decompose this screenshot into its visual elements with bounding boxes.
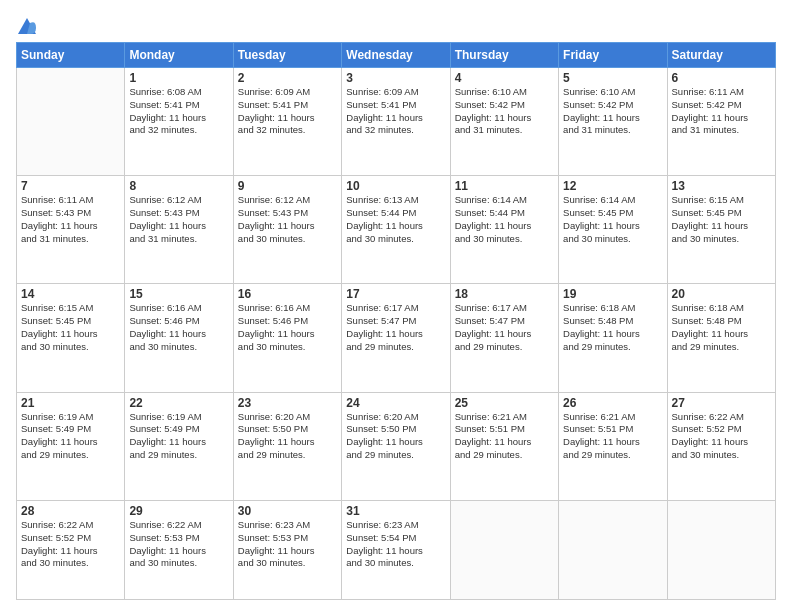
calendar-cell: 26Sunrise: 6:21 AM Sunset: 5:51 PM Dayli…: [559, 392, 667, 500]
day-number: 10: [346, 179, 445, 193]
calendar-cell: 4Sunrise: 6:10 AM Sunset: 5:42 PM Daylig…: [450, 68, 558, 176]
calendar-cell: 15Sunrise: 6:16 AM Sunset: 5:46 PM Dayli…: [125, 284, 233, 392]
day-info: Sunrise: 6:23 AM Sunset: 5:53 PM Dayligh…: [238, 519, 337, 570]
calendar-cell: 5Sunrise: 6:10 AM Sunset: 5:42 PM Daylig…: [559, 68, 667, 176]
header: [16, 12, 776, 38]
day-info: Sunrise: 6:11 AM Sunset: 5:42 PM Dayligh…: [672, 86, 771, 137]
day-info: Sunrise: 6:22 AM Sunset: 5:53 PM Dayligh…: [129, 519, 228, 570]
calendar-cell: 30Sunrise: 6:23 AM Sunset: 5:53 PM Dayli…: [233, 500, 341, 599]
day-number: 15: [129, 287, 228, 301]
calendar-header-row: SundayMondayTuesdayWednesdayThursdayFrid…: [17, 43, 776, 68]
calendar-cell: 10Sunrise: 6:13 AM Sunset: 5:44 PM Dayli…: [342, 176, 450, 284]
day-info: Sunrise: 6:21 AM Sunset: 5:51 PM Dayligh…: [455, 411, 554, 462]
day-info: Sunrise: 6:13 AM Sunset: 5:44 PM Dayligh…: [346, 194, 445, 245]
day-number: 2: [238, 71, 337, 85]
page: SundayMondayTuesdayWednesdayThursdayFrid…: [0, 0, 792, 612]
calendar-week-row: 14Sunrise: 6:15 AM Sunset: 5:45 PM Dayli…: [17, 284, 776, 392]
calendar-week-row: 28Sunrise: 6:22 AM Sunset: 5:52 PM Dayli…: [17, 500, 776, 599]
day-info: Sunrise: 6:12 AM Sunset: 5:43 PM Dayligh…: [238, 194, 337, 245]
calendar-cell: 29Sunrise: 6:22 AM Sunset: 5:53 PM Dayli…: [125, 500, 233, 599]
calendar-cell: 23Sunrise: 6:20 AM Sunset: 5:50 PM Dayli…: [233, 392, 341, 500]
day-info: Sunrise: 6:14 AM Sunset: 5:45 PM Dayligh…: [563, 194, 662, 245]
weekday-header-saturday: Saturday: [667, 43, 775, 68]
day-number: 28: [21, 504, 120, 518]
weekday-header-tuesday: Tuesday: [233, 43, 341, 68]
day-info: Sunrise: 6:15 AM Sunset: 5:45 PM Dayligh…: [21, 302, 120, 353]
weekday-header-friday: Friday: [559, 43, 667, 68]
day-number: 16: [238, 287, 337, 301]
day-info: Sunrise: 6:19 AM Sunset: 5:49 PM Dayligh…: [21, 411, 120, 462]
calendar-cell: 16Sunrise: 6:16 AM Sunset: 5:46 PM Dayli…: [233, 284, 341, 392]
calendar-cell: 20Sunrise: 6:18 AM Sunset: 5:48 PM Dayli…: [667, 284, 775, 392]
weekday-header-monday: Monday: [125, 43, 233, 68]
calendar-cell: 14Sunrise: 6:15 AM Sunset: 5:45 PM Dayli…: [17, 284, 125, 392]
calendar-week-row: 7Sunrise: 6:11 AM Sunset: 5:43 PM Daylig…: [17, 176, 776, 284]
calendar-cell: 12Sunrise: 6:14 AM Sunset: 5:45 PM Dayli…: [559, 176, 667, 284]
day-info: Sunrise: 6:10 AM Sunset: 5:42 PM Dayligh…: [563, 86, 662, 137]
day-number: 18: [455, 287, 554, 301]
day-number: 11: [455, 179, 554, 193]
day-number: 6: [672, 71, 771, 85]
calendar-cell: [17, 68, 125, 176]
day-info: Sunrise: 6:19 AM Sunset: 5:49 PM Dayligh…: [129, 411, 228, 462]
day-info: Sunrise: 6:20 AM Sunset: 5:50 PM Dayligh…: [346, 411, 445, 462]
day-number: 12: [563, 179, 662, 193]
calendar-cell: 28Sunrise: 6:22 AM Sunset: 5:52 PM Dayli…: [17, 500, 125, 599]
calendar-cell: 9Sunrise: 6:12 AM Sunset: 5:43 PM Daylig…: [233, 176, 341, 284]
calendar-cell: 21Sunrise: 6:19 AM Sunset: 5:49 PM Dayli…: [17, 392, 125, 500]
logo: [16, 16, 40, 38]
calendar-cell: 24Sunrise: 6:20 AM Sunset: 5:50 PM Dayli…: [342, 392, 450, 500]
calendar-cell: 3Sunrise: 6:09 AM Sunset: 5:41 PM Daylig…: [342, 68, 450, 176]
day-info: Sunrise: 6:18 AM Sunset: 5:48 PM Dayligh…: [672, 302, 771, 353]
weekday-header-wednesday: Wednesday: [342, 43, 450, 68]
day-info: Sunrise: 6:10 AM Sunset: 5:42 PM Dayligh…: [455, 86, 554, 137]
day-number: 21: [21, 396, 120, 410]
calendar-cell: 7Sunrise: 6:11 AM Sunset: 5:43 PM Daylig…: [17, 176, 125, 284]
day-info: Sunrise: 6:11 AM Sunset: 5:43 PM Dayligh…: [21, 194, 120, 245]
day-number: 5: [563, 71, 662, 85]
calendar-cell: [450, 500, 558, 599]
day-info: Sunrise: 6:16 AM Sunset: 5:46 PM Dayligh…: [238, 302, 337, 353]
day-info: Sunrise: 6:09 AM Sunset: 5:41 PM Dayligh…: [238, 86, 337, 137]
day-info: Sunrise: 6:09 AM Sunset: 5:41 PM Dayligh…: [346, 86, 445, 137]
day-info: Sunrise: 6:21 AM Sunset: 5:51 PM Dayligh…: [563, 411, 662, 462]
day-number: 22: [129, 396, 228, 410]
day-info: Sunrise: 6:14 AM Sunset: 5:44 PM Dayligh…: [455, 194, 554, 245]
day-number: 13: [672, 179, 771, 193]
day-number: 31: [346, 504, 445, 518]
day-number: 25: [455, 396, 554, 410]
day-number: 26: [563, 396, 662, 410]
calendar-cell: 18Sunrise: 6:17 AM Sunset: 5:47 PM Dayli…: [450, 284, 558, 392]
day-number: 17: [346, 287, 445, 301]
calendar-week-row: 21Sunrise: 6:19 AM Sunset: 5:49 PM Dayli…: [17, 392, 776, 500]
day-number: 29: [129, 504, 228, 518]
day-number: 3: [346, 71, 445, 85]
calendar-week-row: 1Sunrise: 6:08 AM Sunset: 5:41 PM Daylig…: [17, 68, 776, 176]
day-number: 7: [21, 179, 120, 193]
day-number: 23: [238, 396, 337, 410]
weekday-header-thursday: Thursday: [450, 43, 558, 68]
logo-icon: [16, 16, 38, 38]
calendar-cell: 11Sunrise: 6:14 AM Sunset: 5:44 PM Dayli…: [450, 176, 558, 284]
calendar-cell: 25Sunrise: 6:21 AM Sunset: 5:51 PM Dayli…: [450, 392, 558, 500]
day-number: 14: [21, 287, 120, 301]
calendar-cell: 13Sunrise: 6:15 AM Sunset: 5:45 PM Dayli…: [667, 176, 775, 284]
calendar-cell: 22Sunrise: 6:19 AM Sunset: 5:49 PM Dayli…: [125, 392, 233, 500]
day-info: Sunrise: 6:12 AM Sunset: 5:43 PM Dayligh…: [129, 194, 228, 245]
calendar-cell: [667, 500, 775, 599]
calendar-cell: 1Sunrise: 6:08 AM Sunset: 5:41 PM Daylig…: [125, 68, 233, 176]
day-number: 4: [455, 71, 554, 85]
weekday-header-sunday: Sunday: [17, 43, 125, 68]
day-info: Sunrise: 6:08 AM Sunset: 5:41 PM Dayligh…: [129, 86, 228, 137]
calendar-cell: 27Sunrise: 6:22 AM Sunset: 5:52 PM Dayli…: [667, 392, 775, 500]
day-number: 24: [346, 396, 445, 410]
day-info: Sunrise: 6:18 AM Sunset: 5:48 PM Dayligh…: [563, 302, 662, 353]
calendar-cell: [559, 500, 667, 599]
day-info: Sunrise: 6:22 AM Sunset: 5:52 PM Dayligh…: [21, 519, 120, 570]
calendar-cell: 17Sunrise: 6:17 AM Sunset: 5:47 PM Dayli…: [342, 284, 450, 392]
calendar-cell: 19Sunrise: 6:18 AM Sunset: 5:48 PM Dayli…: [559, 284, 667, 392]
day-info: Sunrise: 6:15 AM Sunset: 5:45 PM Dayligh…: [672, 194, 771, 245]
day-info: Sunrise: 6:20 AM Sunset: 5:50 PM Dayligh…: [238, 411, 337, 462]
day-info: Sunrise: 6:17 AM Sunset: 5:47 PM Dayligh…: [455, 302, 554, 353]
day-info: Sunrise: 6:16 AM Sunset: 5:46 PM Dayligh…: [129, 302, 228, 353]
